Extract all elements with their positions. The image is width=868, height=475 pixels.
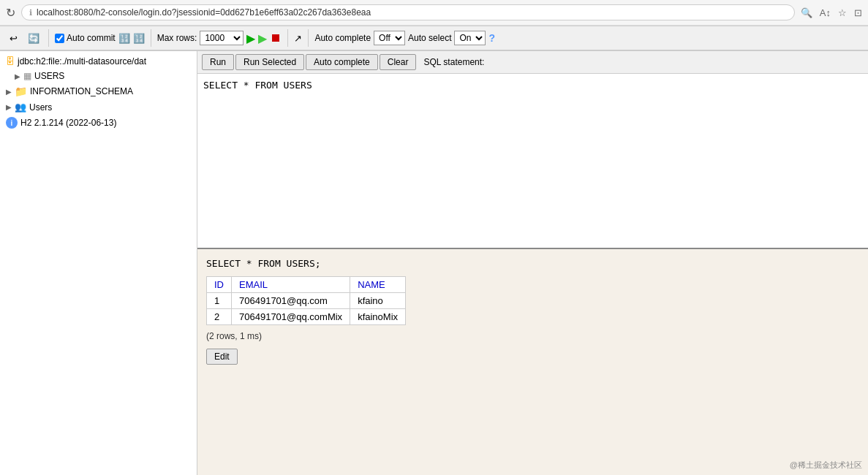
results-info: (2 rows, 1 ms) — [206, 331, 859, 341]
stop-icon[interactable]: ⏹ — [270, 31, 282, 45]
run-selected-icon[interactable]: ▶ — [258, 31, 267, 45]
address-bar[interactable]: ℹ localhost:8080/h2-console/login.do?jse… — [21, 4, 795, 20]
expand-icon-users: ▶ — [15, 72, 20, 80]
watermark: @稀土掘金技术社区 — [790, 460, 862, 471]
col-email: EMAIL — [232, 277, 350, 293]
sidebar-item-users-node[interactable]: ▶ 👥 Users — [0, 99, 197, 115]
url-text: localhost:8080/h2-console/login.do?jsess… — [37, 7, 371, 18]
max-rows-select[interactable]: 1000 10 100 10000 — [200, 31, 244, 45]
table-cell: kfaino — [350, 293, 406, 309]
users-label: USERS — [34, 71, 64, 81]
max-rows-label: Max rows: — [157, 33, 197, 43]
browser-chrome: ↻ ℹ localhost:8080/h2-console/login.do?j… — [0, 0, 868, 26]
auto-commit-checkbox[interactable]: Auto commit — [55, 33, 116, 43]
divider-3 — [287, 29, 288, 47]
divider-4 — [308, 29, 309, 47]
auto-complete-button[interactable]: Auto complete — [306, 54, 378, 70]
connection-item[interactable]: 🗄 jdbc:h2:file:./multi-datasource/dat — [0, 54, 197, 69]
auto-commit-input[interactable] — [55, 34, 64, 43]
sql-editor[interactable] — [197, 74, 868, 249]
table-cell: 2 — [207, 309, 232, 325]
clear-button[interactable]: Clear — [380, 54, 417, 70]
connection-label: jdbc:h2:file:./multi-datasource/dat — [18, 56, 146, 66]
sidebar-item-users[interactable]: ▶ ▦ USERS — [0, 69, 197, 83]
results-query: SELECT * FROM USERS; — [206, 258, 859, 269]
table-row: 2706491701@qq.comMixkfainoMix — [207, 309, 406, 325]
disconnect-icon[interactable]: ↗ — [294, 33, 302, 44]
run-selected-button[interactable]: Run Selected — [235, 54, 304, 70]
table-row: 1706491701@qq.comkfaino — [207, 293, 406, 309]
content-area: Run Run Selected Auto complete Clear SQL… — [197, 51, 868, 475]
auto-complete-select[interactable]: Off On — [374, 31, 405, 45]
help-icon[interactable]: ? — [488, 32, 495, 44]
zoom-icon[interactable]: 🔍 — [801, 7, 812, 18]
table-cell: 706491701@qq.comMix — [232, 309, 350, 325]
icon2: 🔢 — [133, 33, 145, 44]
auto-complete-label: Auto complete — [314, 33, 371, 43]
users-icon: 👥 — [15, 102, 26, 113]
table-cell: 706491701@qq.com — [232, 293, 350, 309]
star-icon[interactable]: ☆ — [838, 7, 847, 18]
browser-actions: 🔍 A↕ ☆ ⊡ — [801, 7, 862, 18]
info-schema-label: INFORMATION_SCHEMA — [30, 86, 133, 96]
run-button[interactable]: Run — [202, 54, 234, 70]
version-label: H2 2.1.214 (2022-06-13) — [20, 118, 116, 128]
divider-2 — [151, 29, 151, 47]
auto-commit-label: Auto commit — [67, 33, 116, 43]
expand-icon-users-node: ▶ — [6, 103, 12, 111]
table-cell: kfainoMix — [350, 309, 406, 325]
sidebar-item-version: i H2 2.1.214 (2022-06-13) — [0, 115, 197, 131]
results-table: ID EMAIL NAME 1706491701@qq.comkfaino270… — [206, 276, 406, 325]
info-icon: ℹ — [29, 8, 32, 18]
refresh-btn[interactable]: 🔄 — [25, 29, 42, 47]
auto-select-label: Auto select — [408, 33, 451, 43]
reload-button[interactable]: ↻ — [6, 6, 15, 20]
main-layout: 🗄 jdbc:h2:file:./multi-datasource/dat ▶ … — [0, 51, 868, 475]
info-circle-icon: i — [6, 117, 18, 129]
run-play-icon[interactable]: ▶ — [246, 31, 255, 45]
edit-button[interactable]: Edit — [206, 349, 238, 365]
db-icon: 🗄 — [6, 56, 15, 66]
h2-toolbar: ↩ 🔄 Auto commit 🔢 🔢 Max rows: 1000 10 10… — [0, 26, 868, 51]
sql-statement-label: SQL statement: — [423, 57, 484, 67]
col-name: NAME — [350, 277, 406, 293]
menu-icon[interactable]: ⊡ — [854, 7, 862, 18]
expand-icon-schema: ▶ — [6, 88, 12, 96]
back-btn[interactable]: ↩ — [4, 29, 22, 47]
divider-1 — [48, 29, 49, 47]
font-icon[interactable]: A↕ — [820, 7, 831, 18]
users-node-label: Users — [29, 102, 52, 113]
folder-icon: 📁 — [15, 86, 27, 97]
icon1: 🔢 — [118, 33, 130, 44]
auto-select-select[interactable]: On Off — [454, 31, 486, 45]
table-icon-users: ▦ — [23, 71, 31, 81]
results-area: SELECT * FROM USERS; ID EMAIL NAME 17064… — [197, 249, 868, 475]
browser-toolbar: ↻ ℹ localhost:8080/h2-console/login.do?j… — [0, 0, 868, 26]
col-id: ID — [207, 277, 232, 293]
table-cell: 1 — [207, 293, 232, 309]
sql-toolbar: Run Run Selected Auto complete Clear SQL… — [197, 51, 868, 74]
sidebar: 🗄 jdbc:h2:file:./multi-datasource/dat ▶ … — [0, 51, 197, 475]
sidebar-item-info-schema[interactable]: ▶ 📁 INFORMATION_SCHEMA — [0, 83, 197, 99]
